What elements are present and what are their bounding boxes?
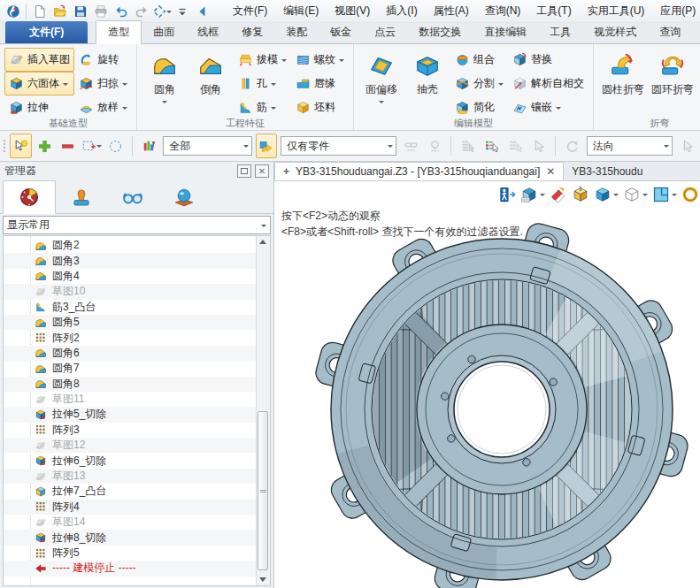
redo-button[interactable]: [131, 2, 151, 21]
tree-scrollbar[interactable]: [256, 236, 270, 585]
tree-item[interactable]: 圆角7: [4, 361, 257, 376]
ribbon-button-镶嵌[interactable]: 镶嵌: [508, 95, 588, 119]
tree-item[interactable]: 圆角8: [4, 377, 257, 392]
ribbon-button-拉伸[interactable]: 拉伸: [4, 95, 74, 119]
tree-item[interactable]: 阵列4: [4, 500, 257, 515]
filter-colored-button[interactable]: [138, 134, 160, 158]
document-tab[interactable]: YB3-315houdu: [564, 162, 650, 180]
undo-button[interactable]: [111, 2, 131, 21]
cursor-gray-button[interactable]: [676, 134, 698, 158]
ribbon-tab-造型[interactable]: 造型: [96, 20, 142, 44]
tree-item[interactable]: 拉伸8_切除: [4, 530, 257, 545]
ribbon-tab-钣金[interactable]: 钣金: [319, 21, 363, 43]
ribbon-tab-模具[interactable]: 模具: [692, 21, 700, 43]
document-tab[interactable]: +YB3-315houduangai.Z3 - [YB3-315houqiand…: [274, 162, 564, 180]
tree-item[interactable]: 圆角5: [4, 315, 257, 330]
ribbon-button-唇缘[interactable]: 唇缘: [291, 72, 349, 95]
ribbon-button-拔模[interactable]: 拔模: [234, 48, 291, 72]
combo-仅有零件[interactable]: 仅有零件: [281, 136, 396, 156]
restore-panel-icon[interactable]: [237, 164, 251, 178]
model-canvas[interactable]: 按下<F2>动态的观察<F8>或者<Shift-roll> 查找下一个有效的过滤…: [274, 181, 700, 588]
sel-circle-button[interactable]: [104, 134, 127, 158]
link-a-button[interactable]: [400, 134, 422, 158]
ribbon-tab-文件(F)[interactable]: 文件(F): [5, 21, 88, 43]
ribbon-button-插入草图[interactable]: 插入草图: [4, 48, 74, 72]
tree-item[interactable]: 阵列2: [4, 330, 257, 345]
close-panel-icon[interactable]: ✕: [255, 164, 269, 178]
rotate-gray-button[interactable]: [561, 134, 583, 158]
ribbon-button-圆角[interactable]: 圆角: [142, 47, 188, 116]
menu-more-button[interactable]: [172, 2, 192, 21]
tree-item[interactable]: 阵列3: [4, 423, 257, 438]
ribbon-tab-装配[interactable]: 装配: [274, 21, 319, 43]
scroll-up-icon[interactable]: [258, 236, 268, 248]
scroll-down-icon[interactable]: [258, 574, 268, 585]
menu-查询(N)[interactable]: 查询(N): [477, 0, 529, 22]
ribbon-tab-点云[interactable]: 点云: [363, 21, 407, 43]
exit-walk-button[interactable]: [497, 184, 517, 205]
ribbon-button-抽壳[interactable]: 抽壳: [404, 47, 450, 116]
pin-box-button[interactable]: [571, 184, 590, 205]
scrollbar-thumb[interactable]: [258, 411, 268, 570]
ribbon-button-组合[interactable]: 组合: [450, 48, 508, 72]
ring-orange-button[interactable]: [681, 184, 700, 205]
menu-视图(V)[interactable]: 视图(V): [327, 0, 378, 22]
print-button[interactable]: [90, 2, 111, 21]
sel-rect-button[interactable]: [81, 134, 103, 158]
ribbon-button-圆柱折弯[interactable]: 圆柱折弯: [598, 47, 648, 116]
menu-属性(A)[interactable]: 属性(A): [426, 0, 477, 22]
collapse-left-button[interactable]: [192, 2, 212, 21]
save-file-button[interactable]: [70, 2, 90, 21]
link-b-button[interactable]: [424, 134, 446, 158]
toolbar-drag-handle[interactable]: [2, 135, 8, 157]
menu-插入(I)[interactable]: 插入(I): [378, 0, 425, 22]
ribbon-button-旋转[interactable]: 旋转: [74, 48, 132, 72]
motor-end-cover-model[interactable]: [274, 181, 700, 588]
ribbon-button-分割[interactable]: 分割: [450, 72, 508, 95]
combo-法向[interactable]: 法向: [587, 136, 673, 156]
tree-item[interactable]: 拉伸5_切除: [4, 407, 257, 422]
new-file-button[interactable]: [29, 2, 50, 21]
tree-item[interactable]: 筋3_凸台: [4, 300, 257, 315]
ribbon-button-六面体[interactable]: 六面体: [4, 72, 74, 95]
tree-item[interactable]: 草图11: [4, 392, 257, 407]
tree-item[interactable]: 草图10: [4, 284, 257, 299]
menu-实用工具(U)[interactable]: 实用工具(U): [580, 0, 653, 22]
menu-工具(T)[interactable]: 工具(T): [528, 0, 579, 22]
ribbon-button-倒角[interactable]: 倒角: [188, 47, 234, 116]
view-table-button[interactable]: [519, 184, 546, 205]
menu-编辑(E)[interactable]: 编辑(E): [275, 0, 327, 22]
tree-item[interactable]: ----- 建模停止 -----: [4, 561, 257, 576]
eraser-button[interactable]: [549, 184, 568, 205]
close-tab-icon[interactable]: ✕: [546, 165, 555, 178]
pick-b-button[interactable]: [481, 134, 503, 158]
new-tab-icon[interactable]: +: [283, 165, 289, 178]
tree-item[interactable]: 圆角2: [4, 238, 257, 253]
cube-wire-button[interactable]: [622, 184, 649, 205]
ribbon-tab-工具[interactable]: 工具: [538, 21, 582, 43]
ribbon-button-筋[interactable]: 筋: [234, 95, 291, 119]
manager-tab-stamp[interactable]: [56, 181, 107, 213]
tree-item[interactable]: 草图13: [4, 469, 257, 484]
cursor-bulb-button[interactable]: [10, 134, 32, 158]
ribbon-button-简化[interactable]: 简化: [450, 95, 508, 119]
ribbon-button-孔[interactable]: 孔: [234, 72, 291, 95]
cursor-gray-button[interactable]: [527, 134, 550, 158]
ribbon-button-解析自相交[interactable]: 解析自相交: [508, 72, 588, 95]
tree-item[interactable]: 拉伸6_切除: [4, 453, 257, 468]
tree-item[interactable]: 圆角4: [4, 269, 257, 284]
tree-item[interactable]: 草图12: [4, 438, 257, 453]
pick-c-button[interactable]: [504, 134, 527, 158]
ribbon-button-放样[interactable]: 放样: [74, 95, 132, 119]
ribbon-button-圆环折弯[interactable]: 圆环折弯: [648, 47, 697, 116]
manager-tab-sphere-mat[interactable]: [158, 181, 210, 213]
ribbon-tab-曲面[interactable]: 曲面: [142, 21, 186, 43]
manager-tab-glasses[interactable]: [107, 181, 158, 213]
regen-button[interactable]: [151, 2, 172, 21]
ribbon-tab-视觉样式[interactable]: 视觉样式: [582, 21, 648, 43]
ribbon-tab-修复[interactable]: 修复: [230, 21, 274, 43]
manager-tab-gauge[interactable]: [3, 180, 56, 214]
ribbon-button-螺纹[interactable]: 螺纹: [291, 48, 349, 72]
ribbon-button-坯料[interactable]: 坯料: [291, 95, 349, 119]
plus-green-button[interactable]: [34, 134, 56, 158]
